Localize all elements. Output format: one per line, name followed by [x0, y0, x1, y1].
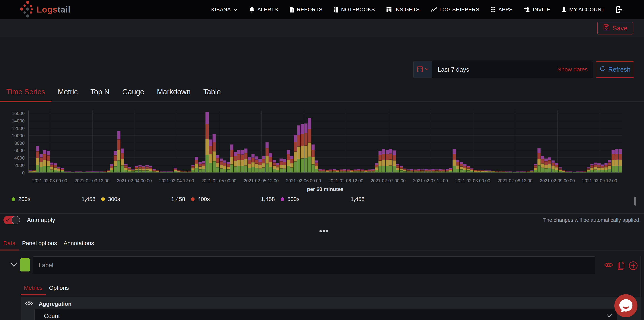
chat-launcher-button[interactable] — [614, 294, 638, 318]
toggle-knob — [12, 216, 20, 224]
chart-bar — [421, 110, 424, 172]
chart-bar — [580, 110, 583, 172]
add-series-icon[interactable] — [628, 261, 638, 271]
tab-panel-options[interactable]: Panel options — [19, 238, 60, 250]
chart-bar — [410, 110, 414, 172]
legend-item[interactable]: 500s1,458 — [280, 196, 370, 202]
tab-gauge[interactable]: Gauge — [116, 85, 150, 102]
chart-bar — [124, 110, 128, 172]
nav-item-notebooks[interactable]: NOTEBOOKS — [334, 6, 375, 13]
legend-item[interactable]: 400s1,458 — [191, 196, 280, 202]
tab-time-series[interactable]: Time Series — [0, 85, 52, 102]
chart-bar — [502, 110, 505, 172]
legend-series-value: 1,458 — [171, 196, 191, 202]
chart-bar — [587, 110, 590, 172]
tab-table[interactable]: Table — [197, 85, 227, 102]
tab-markdown[interactable]: Markdown — [150, 85, 197, 102]
tab-metric[interactable]: Metric — [52, 85, 84, 102]
x-tick-label: 2021-02-09 00:00 — [540, 178, 575, 184]
logout-button[interactable] — [616, 6, 622, 13]
nav-item-invite[interactable]: INVITE — [524, 7, 550, 13]
grid-icon — [490, 7, 496, 12]
chart-bar — [424, 110, 428, 172]
auto-apply-toggle[interactable] — [4, 216, 20, 224]
chart-bar — [618, 110, 622, 172]
nav-item-apps[interactable]: APPS — [490, 7, 512, 13]
nav-item-reports[interactable]: REPORTS — [289, 6, 322, 13]
aggregation-label: Aggregation — [39, 301, 72, 307]
chart-bar — [212, 110, 216, 172]
series-label-input[interactable] — [33, 256, 595, 274]
y-tick-label: 8000 — [14, 140, 25, 146]
x-tick-label: 2021-02-06 12:00 — [328, 178, 364, 184]
time-range-field[interactable]: Last 7 days Show dates — [432, 61, 593, 78]
legend-series-value: 1,458 — [350, 196, 370, 202]
tab-options[interactable]: Options — [46, 283, 72, 295]
chart-bar — [272, 110, 276, 172]
chart-bar — [400, 110, 403, 172]
chart-bar — [498, 110, 502, 172]
collapse-chevron-icon[interactable] — [10, 262, 17, 268]
calendar-icon — [417, 66, 423, 74]
chart-bar — [82, 110, 85, 172]
nav-item-alerts[interactable]: ALERTS — [249, 6, 278, 13]
chart-bar — [318, 110, 322, 172]
save-button[interactable]: Save — [597, 22, 634, 34]
chart-bar — [601, 110, 604, 172]
chart-bar — [512, 110, 516, 172]
chart-bar — [237, 110, 240, 172]
legend-item[interactable]: 300s1,458 — [101, 196, 191, 202]
logstail-logo[interactable]: Logstail — [20, 0, 71, 19]
tab-annotations[interactable]: Annotations — [60, 238, 97, 250]
chart-bar — [68, 110, 71, 172]
chart-bar — [343, 110, 346, 172]
chart-bar — [174, 110, 177, 172]
calendar-dropdown-button[interactable] — [414, 61, 432, 78]
chart-bar — [460, 110, 463, 172]
y-axis: 0200040006000800010000120001400016000 — [0, 110, 26, 173]
show-dates-link[interactable]: Show dates — [558, 66, 592, 73]
chart-bar — [326, 110, 329, 172]
time-picker: Last 7 days Show dates Refresh — [414, 61, 634, 78]
chart-bar — [92, 110, 96, 172]
chart-bar — [477, 110, 480, 172]
refresh-icon — [599, 66, 606, 73]
aggregation-select[interactable]: Count — [34, 309, 617, 320]
legend-item[interactable]: 200s1,458 — [12, 196, 101, 202]
legend-series-name: 400s — [198, 196, 210, 202]
tab-metrics[interactable]: Metrics — [20, 283, 46, 295]
series-color-swatch[interactable] — [20, 258, 30, 272]
logstail-logo-icon — [20, 0, 34, 19]
nav-item-insights[interactable]: INSIGHTS — [386, 7, 420, 13]
nav-item-log-shippers[interactable]: LOG SHIPPERS — [431, 7, 479, 13]
chart-bar — [435, 110, 438, 172]
chart-bar — [329, 110, 332, 172]
chart-bar — [280, 110, 283, 172]
tab-top-n[interactable]: Top N — [84, 85, 116, 102]
chart-bar — [332, 110, 336, 172]
nav-item-kibana[interactable]: KIBANA — [211, 7, 238, 13]
chart-bar — [290, 110, 293, 172]
chart-bar — [572, 110, 576, 172]
chart-legend: 200s1,458300s1,458400s1,458500s1,458 — [12, 196, 370, 202]
legend-scrollbar[interactable] — [634, 197, 636, 206]
chart-bar — [152, 110, 156, 172]
panel-resize-handle[interactable] — [320, 230, 328, 232]
top-nav: Logstail KIBANA ALERTS REPORTS NOTEBOOKS… — [0, 0, 644, 19]
chart-bar — [491, 110, 495, 172]
chart-bar — [530, 110, 534, 172]
nav-item-my-account[interactable]: MY ACCOUNT — [561, 7, 605, 13]
chart-bar — [470, 110, 474, 172]
hide-series-eye-icon[interactable] — [604, 261, 613, 270]
legend-dot-icon — [191, 197, 194, 201]
app-window: Logstail KIBANA ALERTS REPORTS NOTEBOOKS… — [0, 0, 644, 320]
refresh-button[interactable]: Refresh — [596, 61, 634, 78]
nav-item-label: LOG SHIPPERS — [440, 7, 479, 13]
chart-bar — [407, 110, 410, 172]
tab-data[interactable]: Data — [0, 238, 19, 250]
clone-series-icon[interactable] — [617, 261, 625, 271]
chart-bar — [481, 110, 484, 172]
chart-bar — [386, 110, 389, 172]
chart-bar — [195, 110, 198, 172]
chart-bar — [269, 110, 272, 172]
